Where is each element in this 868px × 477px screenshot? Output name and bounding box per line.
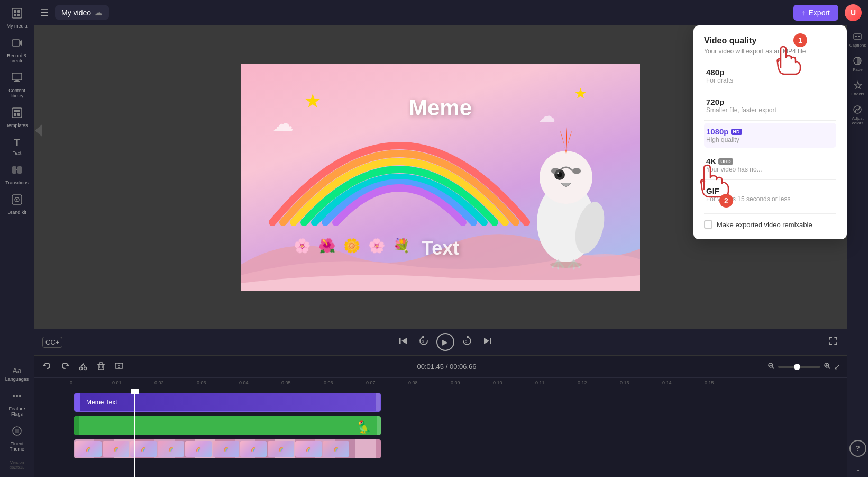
skip-to-start-button[interactable] [395, 334, 411, 350]
clip-end-handle[interactable] [376, 393, 380, 411]
scroll-down-icon[interactable]: ⌄ [855, 465, 861, 473]
quality-option-720p[interactable]: 720p Smaller file, faster export [704, 93, 836, 118]
quality-divider-4 [704, 179, 836, 180]
fade-icon [853, 56, 862, 66]
ruler-label-15: 0:15 [705, 380, 714, 385]
right-item-fade[interactable]: Fade [852, 54, 863, 74]
svg-point-19 [13, 395, 15, 397]
sidebar-item-label: Text [13, 150, 22, 156]
svg-rect-46 [98, 364, 104, 370]
svg-rect-1 [14, 10, 16, 13]
sidebar-item-transitions[interactable]: Transitions [1, 161, 33, 188]
svg-rect-35 [399, 338, 401, 344]
svg-rect-15 [17, 166, 22, 174]
zoom-knob[interactable] [794, 364, 800, 370]
svg-text:5: 5 [422, 340, 424, 343]
cc-button[interactable]: CC+ [42, 337, 62, 348]
right-item-captions[interactable]: Captions [848, 30, 867, 50]
undo-button[interactable] [40, 359, 54, 375]
rewind-5s-button[interactable]: 5 [415, 334, 432, 351]
ruler-label-3: 0:03 [197, 380, 206, 385]
playhead[interactable] [134, 389, 135, 477]
table-row: Meme Text [74, 392, 843, 412]
zoom-in-icon[interactable] [824, 362, 831, 371]
version-label: Versiond62f513 [10, 460, 25, 470]
svg-point-44 [80, 367, 83, 370]
svg-text:5: 5 [465, 340, 468, 343]
quality-panel-subtitle: Your video will export as an MP4 file [704, 48, 836, 55]
export-icon: ↑ [802, 8, 806, 17]
timeline: 00:01.45 / 00:06.66 [34, 355, 847, 477]
sidebar-item-content-library[interactable]: Contentlibrary [1, 69, 33, 102]
quality-option-480p[interactable]: 480p For drafts [704, 64, 836, 88]
help-button[interactable]: ? [849, 440, 866, 457]
table-row: 🦜 [74, 416, 843, 436]
sidebar-item-my-media[interactable]: My media [1, 4, 33, 32]
cloud-save-icon[interactable]: ☁ [94, 7, 103, 17]
sidebar-item-feature-flags[interactable]: FeatureFlags [1, 387, 33, 420]
remixable-checkbox[interactable] [704, 220, 712, 229]
quality-option-gif[interactable]: GIF For videos 15 seconds or less [704, 182, 836, 207]
forward-5s-button[interactable]: 5 [459, 334, 476, 351]
adjust-colors-icon [853, 105, 862, 114]
sidebar-item-templates[interactable]: Templates [1, 104, 33, 131]
svg-rect-32 [572, 168, 581, 174]
ruler-label-14: 0:14 [662, 380, 672, 385]
svg-rect-31 [551, 168, 560, 174]
skip-to-end-button[interactable] [480, 334, 496, 350]
captions-icon [853, 32, 862, 41]
ruler-label-6: 0:06 [324, 380, 333, 385]
fluent-theme-icon [11, 425, 23, 439]
svg-rect-0 [12, 8, 22, 18]
right-item-effects[interactable]: Effects [850, 78, 865, 98]
sidebar-item-languages[interactable]: Aa Languages [1, 363, 33, 385]
playhead-handle[interactable] [131, 389, 139, 394]
text-clip[interactable]: Meme Text [74, 393, 381, 412]
cut-button[interactable] [76, 359, 90, 375]
video-clip[interactable]: 🦜 [74, 416, 381, 435]
fullscreen-button[interactable] [828, 336, 838, 349]
redo-button[interactable] [58, 359, 72, 375]
sidebar-item-label: Languages [5, 376, 29, 382]
templates-icon [11, 107, 23, 121]
delete-button[interactable] [94, 359, 108, 375]
menu-icon[interactable]: ☰ [40, 7, 49, 19]
zoom-slider[interactable] [778, 366, 820, 368]
split-button[interactable] [112, 359, 126, 375]
sidebar-item-label: Contentlibrary [8, 88, 25, 98]
svg-rect-4 [17, 14, 20, 16]
play-button[interactable]: ▶ [436, 333, 454, 351]
right-item-adjust-colors[interactable]: Adjustcolors [851, 103, 864, 128]
timeline-tracks: Meme Text 🦜 [34, 389, 847, 477]
track-handle-left[interactable] [75, 393, 80, 411]
ruler-label-13: 0:13 [620, 380, 629, 385]
ruler-label-12: 0:12 [578, 380, 587, 385]
expand-timeline-button[interactable]: ⤢ [834, 363, 840, 371]
sidebar-item-fluent-theme[interactable]: FluentTheme [1, 422, 33, 455]
bg-clip[interactable]: 🌈 🌈 🌈 🌈 🌈 🌈 🌈 🌈 🌈 🌈 [74, 439, 381, 458]
track-handle-left[interactable] [74, 416, 79, 435]
content-area: Meme ★ ★ ☁ ☁ [34, 25, 868, 477]
feature-flags-icon [11, 390, 23, 404]
svg-point-33 [550, 262, 582, 268]
quality-option-1080p[interactable]: 1080p HD High quality [704, 123, 836, 148]
timeline-time-display: 00:01.45 / 00:06.66 [130, 363, 763, 371]
quality-divider-1 [704, 91, 836, 91]
bird-thumbnail: 🦜 [357, 420, 371, 434]
export-button[interactable]: ↑ Export [793, 5, 838, 21]
star-right: ★ [574, 85, 587, 102]
avatar[interactable]: U [845, 4, 862, 21]
clip-end-handle-video[interactable] [377, 416, 381, 435]
sidebar-item-label: Record &create [7, 53, 27, 64]
collapse-sidebar-arrow[interactable] [35, 124, 42, 139]
sidebar-item-record-create[interactable]: Record &create [1, 34, 33, 67]
zoom-out-icon[interactable] [768, 362, 775, 371]
quality-option-4k[interactable]: 4K UHD Your video has no... [704, 152, 836, 177]
main-area: ☰ My video ☁ ↑ Export U [34, 0, 868, 477]
video-quality-panel: Video quality Your video will export as … [693, 25, 847, 239]
sidebar-item-brand-kit[interactable]: Brand kit [1, 191, 33, 218]
project-title[interactable]: My video ☁ [55, 5, 109, 20]
sidebar-item-text[interactable]: T Text [1, 133, 33, 159]
ruler-label-2: 0:02 [154, 380, 164, 385]
svg-point-21 [19, 395, 21, 397]
